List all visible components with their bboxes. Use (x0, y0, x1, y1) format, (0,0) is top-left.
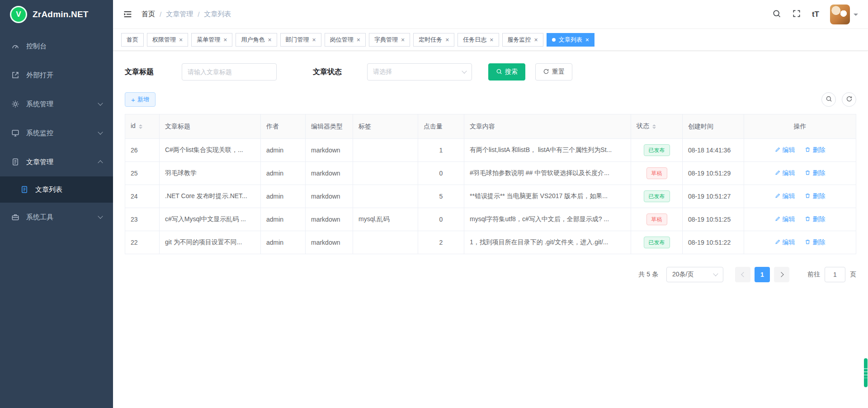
column-created: 创建时间 (683, 114, 744, 139)
column-hits: 点击量 (418, 114, 464, 139)
tab-post-manage[interactable]: 岗位管理× (325, 33, 366, 47)
article-status-select[interactable]: 请选择 (367, 63, 472, 81)
next-page-button[interactable] (774, 267, 789, 282)
sidebar-item-system-manage[interactable]: 系统管理 (0, 90, 113, 119)
cell-editor: markdown (306, 208, 353, 231)
add-button[interactable]: + 新增 (125, 92, 156, 107)
close-icon[interactable]: × (490, 37, 493, 43)
chevron-down-icon (713, 271, 718, 276)
cell-hits: 0 (418, 208, 464, 231)
page-size-select[interactable]: 20条/页 (666, 267, 723, 282)
goto-page-input[interactable] (825, 267, 845, 282)
tab-home[interactable]: 首页 (121, 33, 144, 47)
sort-icon[interactable] (652, 123, 656, 131)
cell-tags (353, 162, 418, 185)
sidebar-item-system-monitor[interactable]: 系统监控 (0, 119, 113, 147)
sidebar-item-system-tools[interactable]: 系统工具 (0, 203, 113, 232)
cell-created: 08-19 10:51:22 (683, 231, 744, 254)
close-icon[interactable]: × (401, 37, 405, 43)
fullscreen-button[interactable] (792, 9, 801, 19)
delete-button[interactable]: 删除 (805, 192, 825, 200)
sidebar-subitem-article-list[interactable]: 文章列表 (0, 176, 113, 203)
cell-editor: markdown (306, 231, 353, 254)
sidebar-item-dashboard[interactable]: 控制台 (0, 32, 113, 61)
delete-button[interactable]: 删除 (805, 146, 825, 154)
column-operations: 操作 (744, 114, 856, 139)
tab-menu-manage[interactable]: 菜单管理× (191, 33, 232, 47)
tab-article-list[interactable]: 文章列表× (547, 33, 594, 47)
cell-status: 已发布 (631, 139, 683, 162)
edit-button[interactable]: 编辑 (775, 169, 795, 177)
user-menu[interactable] (830, 5, 858, 24)
sidebar-item-label: 系统工具 (26, 213, 53, 222)
tab-label: 部门管理 (286, 36, 309, 44)
tab-dict-manage[interactable]: 字典管理× (369, 33, 410, 47)
app-logo[interactable]: V ZrAdmin.NET (0, 0, 113, 29)
edit-button[interactable]: 编辑 (775, 192, 795, 200)
cell-operations: 编辑 删除 (744, 208, 856, 231)
close-icon[interactable]: × (179, 37, 183, 43)
tab-label: 用户角色 (241, 36, 264, 44)
close-icon[interactable]: × (445, 37, 449, 43)
tab-cron-task[interactable]: 定时任务× (413, 33, 454, 47)
sidebar-item-external-open[interactable]: 外部打开 (0, 61, 113, 90)
cell-content: #羽毛球拍参数说明 ## 中管软硬选择以及长度介... (464, 162, 631, 185)
refresh-table-button[interactable] (842, 92, 856, 107)
tab-task-log[interactable]: 任务日志× (458, 33, 499, 47)
toggle-search-button[interactable] (821, 92, 836, 107)
user-avatar (830, 5, 850, 24)
breadcrumb-home[interactable]: 首页 (142, 10, 155, 19)
tab-service-monitor[interactable]: 服务监控× (502, 33, 543, 47)
cell-author: admin (261, 185, 306, 208)
article-title-label: 文章标题 (125, 67, 154, 77)
close-icon[interactable]: × (585, 37, 589, 43)
cell-content: 有两个list,listA 和listB， listA中有三个属性列为St... (464, 139, 631, 162)
sort-icon[interactable] (139, 123, 142, 131)
column-label: 点击量 (424, 123, 443, 130)
refresh-icon (543, 68, 549, 76)
column-label: 文章标题 (165, 123, 190, 130)
plus-icon: + (131, 96, 135, 103)
sidebar-collapse-button[interactable] (123, 9, 132, 19)
edit-button[interactable]: 编辑 (775, 238, 795, 247)
tab-permission[interactable]: 权限管理× (147, 33, 188, 47)
article-title-input[interactable] (182, 63, 277, 81)
close-icon[interactable]: × (534, 37, 538, 43)
search-button-label: 搜索 (505, 68, 518, 76)
tags-view-bar: 首页 权限管理× 菜单管理× 用户角色× 部门管理× 岗位管理× 字典管理× 定… (113, 29, 868, 51)
edit-button[interactable]: 编辑 (775, 215, 795, 223)
table-toolbar: + 新增 (125, 92, 856, 107)
cell-created: 08-19 10:51:27 (683, 185, 744, 208)
close-icon[interactable]: × (312, 37, 316, 43)
delete-label: 删除 (812, 192, 825, 200)
delete-button[interactable]: 删除 (805, 238, 825, 247)
close-icon[interactable]: × (268, 37, 271, 43)
tab-dept-manage[interactable]: 部门管理× (280, 33, 321, 47)
cell-status: 已发布 (631, 231, 683, 254)
close-icon[interactable]: × (357, 37, 360, 43)
column-id[interactable]: id (125, 114, 160, 139)
status-badge: 草稿 (646, 167, 667, 179)
tab-user-role[interactable]: 用户角色× (236, 33, 277, 47)
chevron-up-icon (98, 160, 103, 165)
prev-page-button[interactable] (735, 267, 750, 282)
edit-label: 编辑 (783, 192, 795, 200)
page-1-button[interactable]: 1 (755, 267, 770, 282)
delete-button[interactable]: 删除 (805, 169, 825, 177)
scrollbar-thumb[interactable] (864, 358, 868, 387)
cell-created: 08-18 14:41:36 (683, 139, 744, 162)
breadcrumb-article-manage[interactable]: 文章管理 (166, 10, 193, 19)
search-button[interactable]: 搜索 (488, 63, 525, 81)
cell-hits: 5 (418, 185, 464, 208)
delete-button[interactable]: 删除 (805, 215, 825, 223)
chevron-down-icon (98, 100, 103, 105)
close-icon[interactable]: × (223, 37, 227, 43)
edit-button[interactable]: 编辑 (775, 146, 795, 154)
header-search-button[interactable] (772, 9, 781, 19)
sidebar-item-article-manage[interactable]: 文章管理 (0, 147, 113, 176)
font-size-button[interactable]: tT (812, 10, 819, 19)
table-row: 24 .NET Core 发布时提示.NET... admin markdown… (125, 185, 856, 208)
column-label: 创建时间 (688, 123, 713, 130)
column-status[interactable]: 状态 (631, 114, 683, 139)
reset-button[interactable]: 重置 (535, 63, 572, 81)
